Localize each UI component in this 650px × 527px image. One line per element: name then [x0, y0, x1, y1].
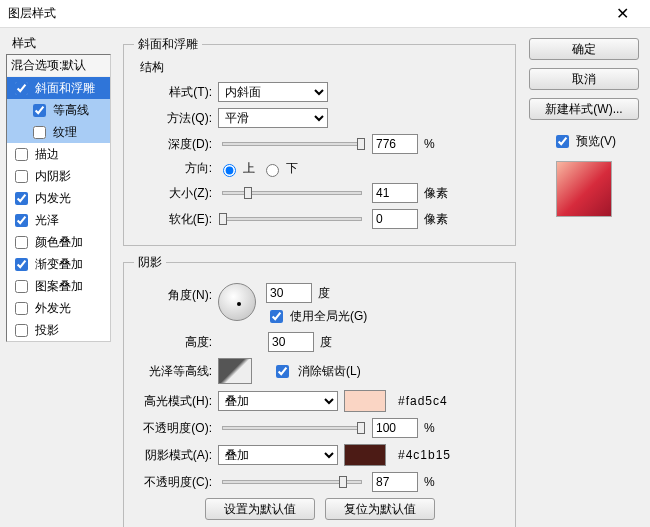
highlight-mode-select[interactable]: 叠加	[218, 391, 338, 411]
contour-checkbox[interactable]	[33, 104, 46, 117]
structure-heading: 结构	[134, 59, 505, 76]
satin-label: 光泽	[35, 212, 59, 229]
stroke-label: 描边	[35, 146, 59, 163]
size-label: 大小(Z):	[134, 185, 212, 202]
altitude-unit: 度	[320, 334, 332, 351]
color-overlay-label: 颜色叠加	[35, 234, 83, 251]
size-input[interactable]	[372, 183, 418, 203]
cancel-button[interactable]: 取消	[529, 68, 639, 90]
satin-checkbox[interactable]	[15, 214, 28, 227]
close-icon[interactable]: ✕	[602, 4, 642, 23]
inner-glow-checkbox[interactable]	[15, 192, 28, 205]
angle-label: 角度(N):	[134, 283, 212, 304]
highlight-mode-label: 高光模式(H):	[134, 393, 212, 410]
global-light-checkbox[interactable]	[270, 310, 283, 323]
reset-default-button[interactable]: 复位为默认值	[325, 498, 435, 520]
inner-shadow-checkbox[interactable]	[15, 170, 28, 183]
technique-select[interactable]: 平滑	[218, 108, 328, 128]
angle-sphere[interactable]	[218, 283, 256, 321]
pattern-overlay-checkbox[interactable]	[15, 280, 28, 293]
depth-input[interactable]	[372, 134, 418, 154]
make-default-button[interactable]: 设置为默认值	[205, 498, 315, 520]
style-outer-glow[interactable]: 外发光	[7, 297, 110, 319]
blending-options-label: 混合选项:默认	[11, 57, 86, 74]
styles-list: 混合选项:默认 斜面和浮雕 等高线 纹理 描边 内阴影	[6, 54, 111, 342]
shadow-hex: #4c1b15	[398, 448, 451, 462]
right-column: 确定 取消 新建样式(W)... 预览(V)	[524, 32, 644, 527]
direction-up-radio[interactable]	[223, 164, 236, 177]
style-color-overlay[interactable]: 颜色叠加	[7, 231, 110, 253]
stroke-checkbox[interactable]	[15, 148, 28, 161]
styles-header: 样式	[6, 32, 111, 54]
style-contour[interactable]: 等高线	[7, 99, 110, 121]
drop-shadow-checkbox[interactable]	[15, 324, 28, 337]
shadow-opacity-slider[interactable]	[222, 480, 362, 484]
style-inner-glow[interactable]: 内发光	[7, 187, 110, 209]
direction-down-radio[interactable]	[266, 164, 279, 177]
window-title: 图层样式	[8, 5, 602, 22]
style-bevel[interactable]: 斜面和浮雕	[7, 77, 110, 99]
soften-label: 软化(E):	[134, 211, 212, 228]
style-label: 样式(T):	[134, 84, 212, 101]
shadow-opacity-label: 不透明度(C):	[134, 474, 212, 491]
depth-unit: %	[424, 137, 464, 151]
blending-options-row[interactable]: 混合选项:默认	[7, 55, 110, 77]
inner-glow-label: 内发光	[35, 190, 71, 207]
style-select[interactable]: 内斜面	[218, 82, 328, 102]
ok-button[interactable]: 确定	[529, 38, 639, 60]
direction-down-label: 下	[286, 160, 298, 177]
highlight-color-swatch[interactable]	[344, 390, 386, 412]
outer-glow-checkbox[interactable]	[15, 302, 28, 315]
shadow-opacity-unit: %	[424, 475, 464, 489]
depth-label: 深度(D):	[134, 136, 212, 153]
style-stroke[interactable]: 描边	[7, 143, 110, 165]
color-overlay-checkbox[interactable]	[15, 236, 28, 249]
inner-shadow-label: 内阴影	[35, 168, 71, 185]
global-light-label: 使用全局光(G)	[290, 308, 367, 325]
style-texture[interactable]: 纹理	[7, 121, 110, 143]
style-pattern-overlay[interactable]: 图案叠加	[7, 275, 110, 297]
highlight-opacity-slider[interactable]	[222, 426, 362, 430]
titlebar: 图层样式 ✕	[0, 0, 650, 28]
shading-legend: 阴影	[134, 254, 166, 271]
depth-slider[interactable]	[222, 142, 362, 146]
highlight-opacity-input[interactable]	[372, 418, 418, 438]
soften-unit: 像素	[424, 211, 464, 228]
soften-input[interactable]	[372, 209, 418, 229]
bevel-checkbox[interactable]	[15, 82, 28, 95]
outer-glow-label: 外发光	[35, 300, 71, 317]
size-slider[interactable]	[222, 191, 362, 195]
texture-label: 纹理	[53, 124, 77, 141]
pattern-overlay-label: 图案叠加	[35, 278, 83, 295]
shadow-mode-label: 阴影模式(A):	[134, 447, 212, 464]
style-satin[interactable]: 光泽	[7, 209, 110, 231]
angle-unit: 度	[318, 285, 330, 302]
gloss-contour-swatch[interactable]	[218, 358, 252, 384]
style-gradient-overlay[interactable]: 渐变叠加	[7, 253, 110, 275]
gloss-contour-label: 光泽等高线:	[134, 363, 212, 380]
preview-checkbox[interactable]	[556, 135, 569, 148]
direction-label: 方向:	[134, 160, 212, 177]
size-unit: 像素	[424, 185, 464, 202]
direction-up-label: 上	[243, 160, 255, 177]
contour-label: 等高线	[53, 102, 89, 119]
gradient-overlay-label: 渐变叠加	[35, 256, 83, 273]
technique-label: 方法(Q):	[134, 110, 212, 127]
altitude-input[interactable]	[268, 332, 314, 352]
highlight-hex: #fad5c4	[398, 394, 448, 408]
preview-label: 预览(V)	[576, 133, 616, 150]
texture-checkbox[interactable]	[33, 126, 46, 139]
antialias-checkbox[interactable]	[276, 365, 289, 378]
shadow-opacity-input[interactable]	[372, 472, 418, 492]
new-style-button[interactable]: 新建样式(W)...	[529, 98, 639, 120]
shadow-mode-select[interactable]: 叠加	[218, 445, 338, 465]
style-inner-shadow[interactable]: 内阴影	[7, 165, 110, 187]
style-drop-shadow[interactable]: 投影	[7, 319, 110, 341]
gradient-overlay-checkbox[interactable]	[15, 258, 28, 271]
bevel-label: 斜面和浮雕	[35, 80, 95, 97]
soften-slider[interactable]	[222, 217, 362, 221]
options-panel: 斜面和浮雕 结构 样式(T): 内斜面 方法(Q): 平滑 深度(D): % 方…	[111, 32, 524, 527]
shadow-color-swatch[interactable]	[344, 444, 386, 466]
drop-shadow-label: 投影	[35, 322, 59, 339]
angle-input[interactable]	[266, 283, 312, 303]
